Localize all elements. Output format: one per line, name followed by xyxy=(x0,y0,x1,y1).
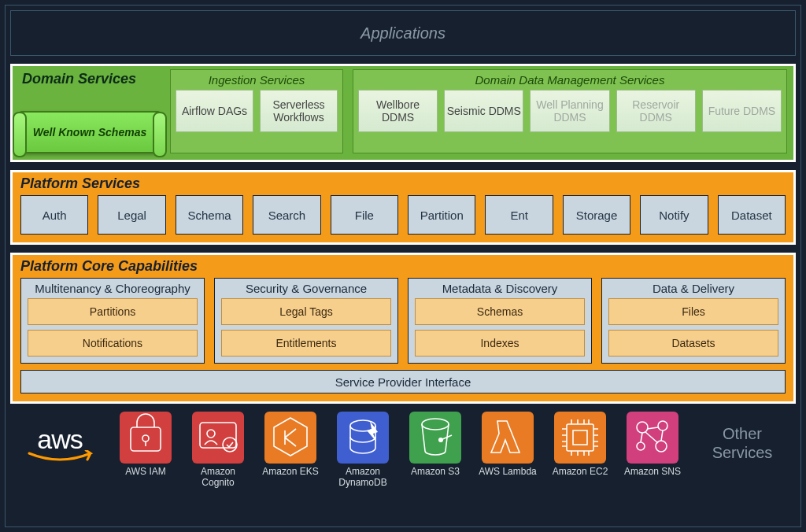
capability-item: Datasets xyxy=(608,330,778,357)
platform-service-box: Notify xyxy=(640,195,708,235)
aws-service: Amazon EKS xyxy=(259,412,322,489)
aws-service-icon xyxy=(409,412,461,464)
ingestion-title: Ingestion Services xyxy=(176,72,338,90)
ddms-item: Future DDMS xyxy=(702,90,782,132)
capability-item: Files xyxy=(608,298,778,325)
wks-label: Well Known Schemas xyxy=(33,126,146,139)
ingestion-item: Airflow DAGs xyxy=(176,90,253,132)
core-title: Platform Core Capabilities xyxy=(20,258,786,278)
aws-service-label: Amazon S3 xyxy=(411,464,460,478)
capability-column: Security & GovernanceLegal TagsEntitleme… xyxy=(214,278,398,364)
aws-service-icon xyxy=(120,412,172,464)
capability-title: Data & Delivery xyxy=(608,282,778,298)
aws-service-icon xyxy=(554,412,606,464)
svg-rect-8 xyxy=(567,424,593,451)
aws-service-label: AWS IAM xyxy=(125,464,166,478)
core-capabilities-section: Platform Core Capabilities Multitenancy … xyxy=(10,253,796,404)
aws-service-label: Amazon Cognito xyxy=(187,464,250,489)
aws-service: Amazon Cognito xyxy=(187,412,250,489)
svg-rect-0 xyxy=(131,427,161,451)
platform-service-box: Auth xyxy=(20,195,88,235)
ddms-item: Seismic DDMS xyxy=(444,90,523,132)
aws-service: Amazon SNS xyxy=(621,412,684,489)
svg-point-11 xyxy=(658,421,667,430)
diagram-container: Applications Domain Services Well Known … xyxy=(5,5,801,527)
platform-service-box: Search xyxy=(253,195,320,235)
ddms-item: Well Planning DDMS xyxy=(530,90,609,132)
aws-service: Amazon EC2 xyxy=(549,412,612,489)
capability-item: Notifications xyxy=(28,330,198,357)
aws-service-icon xyxy=(627,412,678,464)
platform-service-box: Storage xyxy=(563,195,630,235)
aws-service-label: Amazon EKS xyxy=(262,464,318,478)
svg-point-10 xyxy=(637,422,648,433)
domain-left: Domain Services Well Known Schemas xyxy=(19,69,161,153)
capability-title: Metadata & Discovery xyxy=(415,282,585,298)
ingestion-item: Serverless Workflows xyxy=(260,90,338,132)
ddms-panel: Domain Data Management Services Wellbore… xyxy=(353,69,787,153)
other-services-text: Other Services xyxy=(712,425,773,461)
other-services-label: Other Services xyxy=(695,412,789,462)
aws-service-label: AWS Lambda xyxy=(479,464,537,478)
svg-point-3 xyxy=(207,430,215,438)
capability-title: Multitenancy & Choreography xyxy=(28,282,198,298)
aws-service-icon xyxy=(482,412,534,464)
aws-service-icon xyxy=(192,412,244,464)
svg-point-4 xyxy=(223,438,237,452)
domain-title: Domain Services xyxy=(19,69,161,89)
aws-service: AWS IAM xyxy=(114,412,177,489)
platform-service-box: Dataset xyxy=(718,195,786,235)
ddms-item: Reservoir DDMS xyxy=(616,90,696,132)
aws-service: Amazon DynamoDB xyxy=(331,412,394,489)
platform-service-box: Schema xyxy=(176,195,243,235)
platform-service-box: Ent xyxy=(485,195,553,235)
platform-service-box: Partition xyxy=(408,195,475,235)
aws-services-row: aws AWS IAMAmazon CognitoAmazon EKSAmazo… xyxy=(10,412,796,489)
capability-column: Metadata & DiscoverySchemasIndexes xyxy=(408,278,592,364)
capability-column: Multitenancy & ChoreographyPartitionsNot… xyxy=(20,278,205,364)
capability-item: Legal Tags xyxy=(221,298,391,325)
aws-service-icon xyxy=(264,412,316,464)
aws-service: AWS Lambda xyxy=(476,412,539,489)
ddms-title: Domain Data Management Services xyxy=(358,72,782,90)
applications-band: Applications xyxy=(10,10,796,56)
aws-service-icon xyxy=(337,412,389,464)
capability-column: Data & DeliveryFilesDatasets xyxy=(601,278,786,364)
capability-title: Security & Governance xyxy=(221,282,391,298)
spi-label: Service Provider Interface xyxy=(335,375,471,389)
svg-point-1 xyxy=(142,435,149,441)
aws-logo: aws xyxy=(17,412,103,469)
well-known-schemas: Well Known Schemas xyxy=(19,111,161,153)
svg-point-13 xyxy=(637,442,645,450)
platform-services-section: Platform Services AuthLegalSchemaSearchF… xyxy=(10,170,796,245)
aws-service: Amazon S3 xyxy=(404,412,467,489)
aws-service-label: Amazon EC2 xyxy=(553,464,608,478)
aws-service-label: Amazon SNS xyxy=(624,464,681,478)
svg-point-6 xyxy=(422,419,449,430)
spi-bar: Service Provider Interface xyxy=(20,370,786,393)
capability-item: Entitlements xyxy=(221,330,391,357)
platform-service-box: Legal xyxy=(98,195,165,235)
capability-item: Partitions xyxy=(28,298,198,325)
platform-service-box: File xyxy=(331,195,398,235)
ddms-item: Wellbore DDMS xyxy=(358,90,438,132)
applications-label: Applications xyxy=(360,24,446,42)
platform-services-title: Platform Services xyxy=(20,175,786,195)
ingestion-panel: Ingestion Services Airflow DAGs Serverle… xyxy=(170,69,343,153)
svg-rect-9 xyxy=(573,430,587,445)
aws-service-label: Amazon DynamoDB xyxy=(331,464,394,489)
capability-item: Indexes xyxy=(415,330,585,357)
capability-item: Schemas xyxy=(415,298,585,325)
domain-services-section: Domain Services Well Known Schemas Inges… xyxy=(10,64,796,162)
